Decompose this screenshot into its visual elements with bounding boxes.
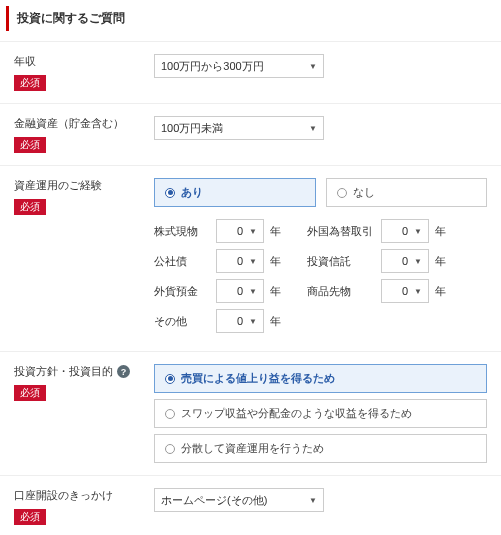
experience-radio-no[interactable]: なし [326,178,488,207]
experience-grid: 株式現物 0 ▼ 年 外国為替取引 0 ▼ 年 公社債 0 ▼ [154,219,487,333]
radio-icon [165,444,175,454]
label-trigger: 口座開設のきっかけ [14,488,154,503]
row-policy: 投資方針・投資目的 ? 必須 売買による値上り益を得るため スワップ収益や分配金… [0,351,501,475]
row-trigger: 口座開設のきっかけ 必須 ホームページ(その他) ▼ [0,475,501,535]
year-unit: 年 [270,284,281,299]
exp-label-r0: 外国為替取引 [307,224,375,239]
year-unit: 年 [270,314,281,329]
row-financial-assets: 金融資産（貯金含む） 必須 100万円未満 ▼ [0,103,501,165]
required-badge: 必須 [14,75,46,91]
exp-value-2: 0 [237,285,243,297]
exp-select-0[interactable]: 0 ▼ [216,219,264,243]
exp-value-r0: 0 [402,225,408,237]
chevron-down-icon: ▼ [309,62,317,71]
experience-radio-yes-label: あり [181,185,203,200]
annual-income-value: 100万円から300万円 [161,59,264,74]
required-badge: 必須 [14,385,46,401]
year-unit: 年 [270,254,281,269]
year-unit: 年 [435,284,446,299]
required-badge: 必須 [14,509,46,525]
exp-value-r1: 0 [402,255,408,267]
exp-select-1[interactable]: 0 ▼ [216,249,264,273]
exp-select-3[interactable]: 0 ▼ [216,309,264,333]
chevron-down-icon: ▼ [414,227,422,236]
chevron-down-icon: ▼ [249,227,257,236]
year-unit: 年 [270,224,281,239]
policy-option-0-label: 売買による値上り益を得るため [181,371,335,386]
chevron-down-icon: ▼ [309,496,317,505]
label-financial-assets: 金融資産（貯金含む） [14,116,154,131]
radio-icon [165,374,175,384]
experience-radio-no-label: なし [353,185,375,200]
chevron-down-icon: ▼ [249,317,257,326]
exp-select-r1[interactable]: 0 ▼ [381,249,429,273]
year-unit: 年 [435,254,446,269]
section-title: 投資に関するご質問 [6,6,501,31]
radio-icon [337,188,347,198]
financial-assets-value: 100万円未満 [161,121,223,136]
policy-option-1-label: スワップ収益や分配金のような収益を得るため [181,406,412,421]
exp-select-2[interactable]: 0 ▼ [216,279,264,303]
exp-label-1: 公社債 [154,254,210,269]
exp-value-r2: 0 [402,285,408,297]
chevron-down-icon: ▼ [414,257,422,266]
policy-option-1[interactable]: スワップ収益や分配金のような収益を得るため [154,399,487,428]
exp-label-2: 外貨預金 [154,284,210,299]
label-policy-text: 投資方針・投資目的 [14,364,113,379]
exp-select-r2[interactable]: 0 ▼ [381,279,429,303]
row-annual-income: 年収 必須 100万円から300万円 ▼ [0,41,501,103]
financial-assets-select[interactable]: 100万円未満 ▼ [154,116,324,140]
trigger-select[interactable]: ホームページ(その他) ▼ [154,488,324,512]
policy-option-2-label: 分散して資産運用を行うため [181,441,324,456]
required-badge: 必須 [14,137,46,153]
help-icon[interactable]: ? [117,365,130,378]
chevron-down-icon: ▼ [309,124,317,133]
policy-option-0[interactable]: 売買による値上り益を得るため [154,364,487,393]
radio-icon [165,188,175,198]
exp-label-r2: 商品先物 [307,284,375,299]
exp-value-1: 0 [237,255,243,267]
trigger-value: ホームページ(その他) [161,493,267,508]
exp-select-r0[interactable]: 0 ▼ [381,219,429,243]
exp-value-3: 0 [237,315,243,327]
annual-income-select[interactable]: 100万円から300万円 ▼ [154,54,324,78]
exp-label-3: その他 [154,314,210,329]
policy-option-2[interactable]: 分散して資産運用を行うため [154,434,487,463]
chevron-down-icon: ▼ [414,287,422,296]
year-unit: 年 [435,224,446,239]
chevron-down-icon: ▼ [249,287,257,296]
row-experience: 資産運用のご経験 必須 あり なし 株式現物 0 ▼ 年 外国為替取引 [0,165,501,351]
label-annual-income: 年収 [14,54,154,69]
label-experience: 資産運用のご経験 [14,178,154,193]
exp-label-0: 株式現物 [154,224,210,239]
exp-label-r1: 投資信託 [307,254,375,269]
label-policy: 投資方針・投資目的 ? [14,364,154,379]
radio-icon [165,409,175,419]
experience-radio-yes[interactable]: あり [154,178,316,207]
required-badge: 必須 [14,199,46,215]
chevron-down-icon: ▼ [249,257,257,266]
exp-value-0: 0 [237,225,243,237]
